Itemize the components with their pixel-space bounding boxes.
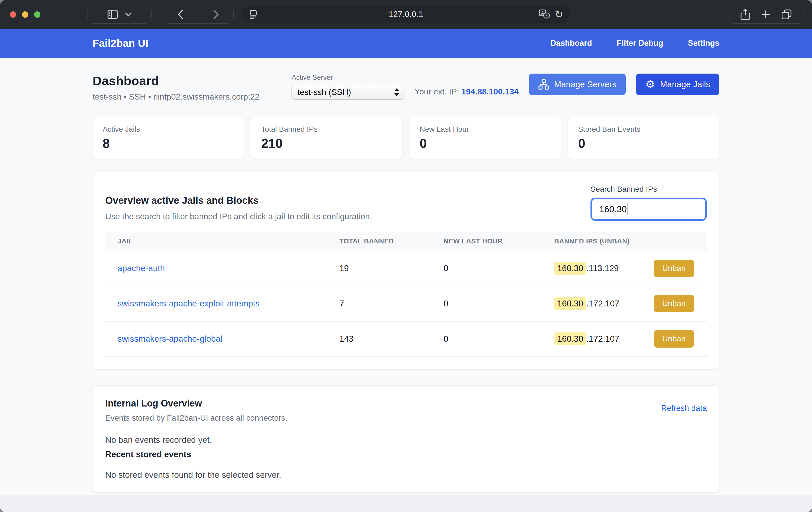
gear-icon: ⚙: [645, 79, 655, 90]
stat-label: New Last Hour: [419, 125, 551, 134]
sidebar-toggle-button[interactable]: [87, 5, 151, 24]
sidebar-icon: [107, 9, 118, 20]
ip-rest: .113.129: [586, 263, 619, 273]
total-banned-value: 7: [339, 299, 443, 309]
stat-card-stored-ban-events: Stored Ban Events 0: [568, 116, 719, 159]
url-bar[interactable]: 127.0.0.1 A x̂ ↻: [242, 6, 570, 23]
new-last-hour-value: 0: [443, 263, 554, 273]
window-footer-strip: [0, 495, 812, 512]
stat-value: 0: [419, 136, 551, 151]
ip-match-highlight: 160.30: [554, 262, 586, 275]
stat-card-total-banned: Total Banned IPs 210: [251, 116, 402, 159]
translate-icon[interactable]: A x̂: [539, 9, 550, 20]
ip-match-highlight: 160.30: [554, 297, 586, 310]
chevron-right-icon: [213, 9, 219, 20]
col-new-last-hour: New Last Hour: [443, 237, 554, 245]
stat-value: 210: [261, 136, 393, 151]
stat-label: Active Jails: [103, 125, 234, 134]
select-arrows-icon: [394, 88, 399, 96]
col-total-banned: Total Banned: [339, 237, 443, 245]
jails-table: Jail Total Banned New Last Hour Banned I…: [105, 232, 707, 357]
table-header: Jail Total Banned New Last Hour Banned I…: [105, 232, 707, 251]
overview-subtitle: Use the search to filter banned IPs and …: [105, 212, 372, 221]
new-tab-icon[interactable]: [760, 9, 771, 20]
reload-icon[interactable]: ↻: [555, 9, 563, 19]
stat-label: Total Banned IPs: [261, 125, 393, 134]
no-ban-events-text: No ban events recorded yet.: [105, 435, 707, 445]
external-ip: Your ext. IP: 194.88.100.134: [414, 87, 518, 96]
manage-jails-button[interactable]: ⚙ Manage Jails: [636, 74, 719, 95]
table-row: apache-auth 19 0 160.30.113.129 Unban: [105, 251, 707, 286]
tab-overview-icon[interactable]: [781, 9, 792, 20]
new-last-hour-value: 0: [443, 299, 554, 309]
stat-card-active-jails: Active Jails 8: [93, 116, 244, 159]
browser-titlebar: 127.0.0.1 A x̂ ↻: [0, 0, 812, 29]
total-banned-value: 143: [339, 334, 443, 344]
col-banned-ips: Banned IPs (Unban): [554, 237, 707, 245]
active-server-select[interactable]: test-ssh (SSH): [291, 85, 404, 99]
manage-servers-button[interactable]: Manage Servers: [529, 74, 626, 95]
total-banned-value: 19: [339, 263, 443, 273]
zoom-window-button[interactable]: [34, 11, 40, 18]
back-button[interactable]: [163, 5, 198, 23]
share-icon[interactable]: [740, 8, 751, 20]
col-jail: Jail: [105, 237, 339, 245]
unban-button[interactable]: Unban: [654, 260, 694, 277]
nav-link-settings[interactable]: Settings: [688, 38, 719, 48]
stat-cards: Active Jails 8 Total Banned IPs 210 New …: [93, 116, 719, 159]
overview-title: Overview active Jails and Blocks: [105, 195, 372, 206]
svg-text:x̂: x̂: [546, 13, 548, 18]
search-banned-ips-input[interactable]: 160.30: [590, 198, 707, 221]
new-last-hour-value: 0: [443, 334, 554, 344]
text-caret: [628, 203, 628, 215]
active-server-value: test-ssh (SSH): [297, 87, 351, 97]
minimize-window-button[interactable]: [22, 11, 28, 18]
toolbar-right-group: [728, 5, 805, 24]
stat-label: Stored Ban Events: [578, 125, 709, 134]
recent-stored-events-title: Recent stored events: [105, 450, 707, 459]
ip-match-highlight: 160.30: [554, 333, 586, 345]
nav-link-dashboard[interactable]: Dashboard: [550, 38, 592, 48]
stat-card-new-last-hour: New Last Hour 0: [410, 116, 561, 159]
close-window-button[interactable]: [10, 11, 16, 18]
sitemap-icon: [538, 79, 549, 90]
table-row: swissmakers-apache-global 143 0 160.30.1…: [105, 322, 707, 357]
log-subtitle: Events stored by Fail2ban-UI across all …: [105, 414, 287, 423]
active-server-label: Active Server: [291, 74, 404, 82]
nav-links: Dashboard Filter Debug Settings: [550, 38, 719, 48]
external-ip-link[interactable]: 194.88.100.134: [461, 87, 518, 96]
no-stored-events-text: No stored events found for the selected …: [105, 470, 707, 480]
log-title: Internal Log Overview: [105, 398, 287, 409]
table-row: swissmakers-apache-exploit-attempts 7 0 …: [105, 286, 707, 322]
jail-link[interactable]: apache-auth: [118, 263, 165, 273]
search-banned-ips-label: Search Banned IPs: [590, 185, 707, 194]
app-navbar: Fail2ban UI Dashboard Filter Debug Setti…: [0, 29, 812, 58]
forward-button[interactable]: [198, 5, 233, 23]
ip-rest: .172.107: [586, 299, 619, 309]
page-subtitle: test-ssh • SSH • rlinfp02.swissmakers.co…: [93, 92, 259, 102]
overview-card: Overview active Jails and Blocks Use the…: [93, 172, 719, 369]
ip-rest: .172.107: [586, 334, 619, 344]
history-nav-group: [163, 5, 234, 24]
chevron-down-icon: [125, 12, 132, 17]
internal-log-card: Internal Log Overview Events stored by F…: [93, 386, 719, 492]
unban-button[interactable]: Unban: [654, 295, 694, 312]
dashboard-header: Dashboard test-ssh • SSH • rlinfp02.swis…: [93, 74, 719, 102]
browser-window: 127.0.0.1 A x̂ ↻: [0, 0, 812, 512]
stat-value: 0: [578, 136, 709, 151]
unban-button[interactable]: Unban: [654, 330, 694, 348]
jail-link[interactable]: swissmakers-apache-exploit-attempts: [118, 299, 260, 308]
traffic-lights: [10, 11, 40, 18]
chevron-left-icon: [177, 9, 184, 20]
nav-link-filter-debug[interactable]: Filter Debug: [617, 38, 663, 48]
brand-title[interactable]: Fail2ban UI: [93, 37, 148, 49]
page-content: Dashboard test-ssh • SSH • rlinfp02.swis…: [0, 58, 812, 495]
jail-link[interactable]: swissmakers-apache-global: [118, 334, 222, 343]
stat-value: 8: [103, 136, 234, 151]
url-text: 127.0.0.1: [242, 10, 570, 19]
refresh-data-link[interactable]: Refresh data: [661, 404, 707, 413]
page-title: Dashboard: [93, 74, 259, 88]
